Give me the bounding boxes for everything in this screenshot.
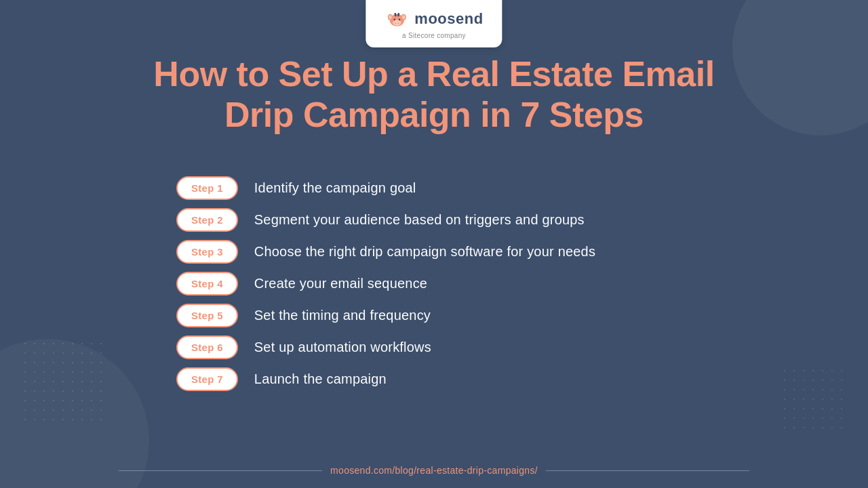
footer-line-right <box>546 470 749 471</box>
step-badge-4: Step 4 <box>176 272 238 296</box>
svg-point-6 <box>393 19 395 21</box>
main-title: How to Set Up a Real Estate Email Drip C… <box>0 54 868 136</box>
title-line2: Drip Campaign in 7 Steps <box>224 95 644 134</box>
step-row-7: Step 7Launch the campaign <box>176 367 692 391</box>
bg-dots-right <box>780 366 848 434</box>
step-badge-3: Step 3 <box>176 240 238 264</box>
logo-icon <box>384 7 409 31</box>
step-row-5: Step 5Set the timing and frequency <box>176 304 692 327</box>
step-text-1: Identify the campaign goal <box>254 180 416 196</box>
step-badge-7: Step 7 <box>176 367 238 391</box>
svg-point-8 <box>395 22 397 24</box>
svg-point-5 <box>393 20 401 26</box>
step-text-4: Create your email sequence <box>254 276 427 291</box>
svg-point-9 <box>397 22 399 24</box>
step-text-3: Choose the right drip campaign software … <box>254 244 595 260</box>
title-line1: How to Set Up a Real Estate Email <box>153 54 714 94</box>
footer-line-left <box>119 470 322 471</box>
step-row-3: Step 3Choose the right drip campaign sof… <box>176 240 692 264</box>
footer: moosend.com/blog/real-estate-drip-campai… <box>0 465 868 476</box>
title-heading: How to Set Up a Real Estate Email Drip C… <box>68 54 800 136</box>
step-row-1: Step 1Identify the campaign goal <box>176 176 692 200</box>
logo-subtext: a Sitecore company <box>402 32 466 39</box>
svg-point-3 <box>389 15 392 19</box>
step-row-2: Step 2Segment your audience based on tri… <box>176 208 692 232</box>
step-badge-5: Step 5 <box>176 304 238 327</box>
step-row-4: Step 4Create your email sequence <box>176 272 692 296</box>
step-text-6: Set up automation workflows <box>254 340 431 355</box>
logo-text: moosend <box>414 10 483 28</box>
step-badge-1: Step 1 <box>176 176 238 200</box>
steps-container: Step 1Identify the campaign goalStep 2Se… <box>176 176 692 399</box>
logo-bar: moosend a Sitecore company <box>366 0 502 47</box>
bg-dots-left <box>20 339 102 420</box>
svg-point-4 <box>402 15 406 19</box>
step-text-7: Launch the campaign <box>254 371 387 387</box>
step-row-6: Step 6Set up automation workflows <box>176 336 692 359</box>
logo-inner: moosend <box>384 7 483 31</box>
footer-url-text: moosend.com/blog/real-estate-drip-campai… <box>330 465 538 476</box>
step-text-2: Segment your audience based on triggers … <box>254 212 585 228</box>
step-badge-6: Step 6 <box>176 336 238 359</box>
step-badge-2: Step 2 <box>176 208 238 232</box>
svg-point-7 <box>399 19 401 21</box>
step-text-5: Set the timing and frequency <box>254 308 431 323</box>
